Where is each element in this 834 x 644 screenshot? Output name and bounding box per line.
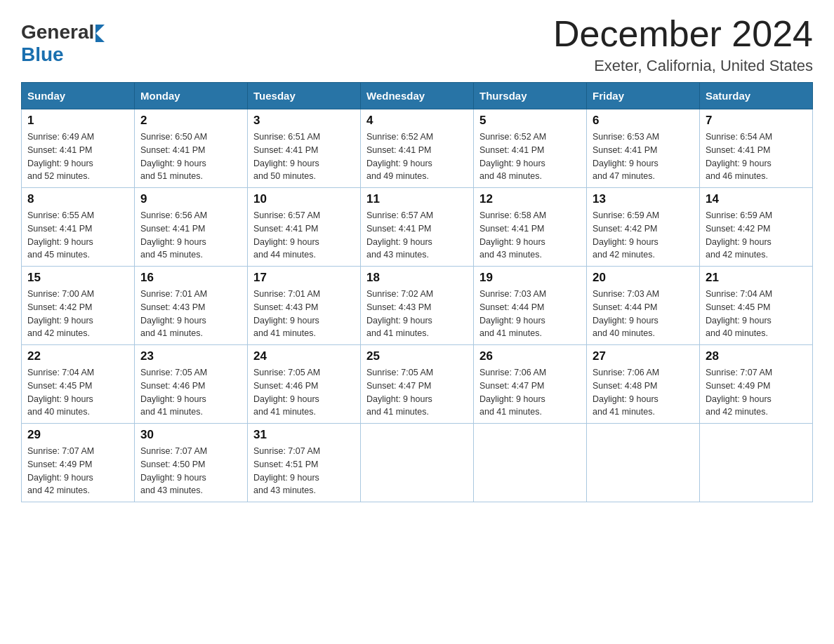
calendar-cell: 4 Sunrise: 6:52 AMSunset: 4:41 PMDayligh… — [361, 109, 474, 188]
calendar-cell: 3 Sunrise: 6:51 AMSunset: 4:41 PMDayligh… — [248, 109, 361, 188]
calendar-cell: 14 Sunrise: 6:59 AMSunset: 4:42 PMDaylig… — [700, 188, 813, 267]
calendar-cell: 17 Sunrise: 7:01 AMSunset: 4:43 PMDaylig… — [248, 267, 361, 345]
day-header-tuesday: Tuesday — [248, 83, 361, 109]
day-number: 7 — [706, 114, 807, 128]
day-info: Sunrise: 7:07 AMSunset: 4:49 PMDaylight:… — [706, 366, 807, 419]
week-row-4: 22 Sunrise: 7:04 AMSunset: 4:45 PMDaylig… — [22, 345, 813, 424]
day-info: Sunrise: 6:53 AMSunset: 4:41 PMDaylight:… — [593, 130, 694, 183]
day-header-saturday: Saturday — [700, 83, 813, 109]
calendar-cell: 22 Sunrise: 7:04 AMSunset: 4:45 PMDaylig… — [22, 345, 135, 424]
day-info: Sunrise: 6:59 AMSunset: 4:42 PMDaylight:… — [593, 209, 694, 262]
logo-general-text: General — [21, 21, 94, 43]
calendar-cell: 13 Sunrise: 6:59 AMSunset: 4:42 PMDaylig… — [587, 188, 700, 267]
week-row-5: 29 Sunrise: 7:07 AMSunset: 4:49 PMDaylig… — [22, 424, 813, 502]
logo: General Blue — [21, 21, 105, 66]
logo-icon: General Blue — [21, 21, 105, 66]
title-block: December 2024 Exeter, California, United… — [553, 14, 813, 75]
day-info: Sunrise: 7:05 AMSunset: 4:47 PMDaylight:… — [366, 366, 468, 419]
day-number: 11 — [366, 192, 468, 206]
day-info: Sunrise: 7:03 AMSunset: 4:44 PMDaylight:… — [479, 288, 581, 340]
day-number: 30 — [140, 428, 241, 442]
calendar-cell — [361, 424, 474, 502]
calendar-cell: 24 Sunrise: 7:05 AMSunset: 4:46 PMDaylig… — [248, 345, 361, 424]
month-title: December 2024 — [553, 14, 813, 54]
calendar-cell — [700, 424, 813, 502]
calendar-cell: 31 Sunrise: 7:07 AMSunset: 4:51 PMDaylig… — [248, 424, 361, 502]
day-number: 10 — [253, 192, 355, 206]
day-number: 5 — [479, 114, 581, 128]
week-row-1: 1 Sunrise: 6:49 AMSunset: 4:41 PMDayligh… — [22, 109, 813, 188]
day-info: Sunrise: 7:07 AMSunset: 4:49 PMDaylight:… — [27, 445, 128, 497]
calendar-cell: 1 Sunrise: 6:49 AMSunset: 4:41 PMDayligh… — [22, 109, 135, 188]
calendar-cell: 12 Sunrise: 6:58 AMSunset: 4:41 PMDaylig… — [474, 188, 587, 267]
day-number: 2 — [140, 114, 241, 128]
days-header-row: SundayMondayTuesdayWednesdayThursdayFrid… — [22, 83, 813, 109]
day-info: Sunrise: 7:00 AMSunset: 4:42 PMDaylight:… — [27, 288, 128, 340]
day-number: 27 — [593, 349, 694, 363]
day-number: 15 — [27, 271, 128, 285]
day-header-thursday: Thursday — [474, 83, 587, 109]
day-number: 28 — [706, 349, 807, 363]
calendar-cell — [474, 424, 587, 502]
day-info: Sunrise: 6:55 AMSunset: 4:41 PMDaylight:… — [27, 209, 128, 262]
day-number: 8 — [27, 192, 128, 206]
day-info: Sunrise: 7:07 AMSunset: 4:50 PMDaylight:… — [140, 445, 241, 497]
calendar-cell: 8 Sunrise: 6:55 AMSunset: 4:41 PMDayligh… — [22, 188, 135, 267]
calendar-cell: 16 Sunrise: 7:01 AMSunset: 4:43 PMDaylig… — [135, 267, 248, 345]
day-number: 16 — [140, 271, 241, 285]
calendar-cell: 21 Sunrise: 7:04 AMSunset: 4:45 PMDaylig… — [700, 267, 813, 345]
day-info: Sunrise: 7:02 AMSunset: 4:43 PMDaylight:… — [366, 288, 468, 340]
logo-blue-text: Blue — [21, 43, 64, 66]
calendar-cell: 27 Sunrise: 7:06 AMSunset: 4:48 PMDaylig… — [587, 345, 700, 424]
calendar-cell: 10 Sunrise: 6:57 AMSunset: 4:41 PMDaylig… — [248, 188, 361, 267]
day-info: Sunrise: 6:50 AMSunset: 4:41 PMDaylight:… — [140, 130, 241, 183]
day-info: Sunrise: 6:57 AMSunset: 4:41 PMDaylight:… — [253, 209, 355, 262]
day-number: 4 — [366, 114, 468, 128]
day-info: Sunrise: 6:58 AMSunset: 4:41 PMDaylight:… — [479, 209, 581, 262]
calendar-cell: 18 Sunrise: 7:02 AMSunset: 4:43 PMDaylig… — [361, 267, 474, 345]
day-info: Sunrise: 7:06 AMSunset: 4:47 PMDaylight:… — [479, 366, 581, 419]
day-number: 3 — [253, 114, 355, 128]
calendar-cell: 25 Sunrise: 7:05 AMSunset: 4:47 PMDaylig… — [361, 345, 474, 424]
calendar-cell: 11 Sunrise: 6:57 AMSunset: 4:41 PMDaylig… — [361, 188, 474, 267]
day-number: 9 — [140, 192, 241, 206]
calendar-cell: 29 Sunrise: 7:07 AMSunset: 4:49 PMDaylig… — [22, 424, 135, 502]
day-header-sunday: Sunday — [22, 83, 135, 109]
day-info: Sunrise: 7:04 AMSunset: 4:45 PMDaylight:… — [27, 366, 128, 419]
week-row-3: 15 Sunrise: 7:00 AMSunset: 4:42 PMDaylig… — [22, 267, 813, 345]
calendar-cell: 28 Sunrise: 7:07 AMSunset: 4:49 PMDaylig… — [700, 345, 813, 424]
day-info: Sunrise: 7:03 AMSunset: 4:44 PMDaylight:… — [593, 288, 694, 340]
day-info: Sunrise: 7:04 AMSunset: 4:45 PMDaylight:… — [706, 288, 807, 340]
calendar-cell: 5 Sunrise: 6:52 AMSunset: 4:41 PMDayligh… — [474, 109, 587, 188]
calendar-cell: 7 Sunrise: 6:54 AMSunset: 4:41 PMDayligh… — [700, 109, 813, 188]
page-header: General Blue December 2024 Exeter, Calif… — [21, 14, 813, 75]
day-number: 14 — [706, 192, 807, 206]
day-info: Sunrise: 6:52 AMSunset: 4:41 PMDaylight:… — [366, 130, 468, 183]
day-info: Sunrise: 6:59 AMSunset: 4:42 PMDaylight:… — [706, 209, 807, 262]
day-number: 6 — [593, 114, 694, 128]
calendar-cell: 23 Sunrise: 7:05 AMSunset: 4:46 PMDaylig… — [135, 345, 248, 424]
day-number: 21 — [706, 271, 807, 285]
day-number: 20 — [593, 271, 694, 285]
calendar-cell: 30 Sunrise: 7:07 AMSunset: 4:50 PMDaylig… — [135, 424, 248, 502]
calendar-cell: 26 Sunrise: 7:06 AMSunset: 4:47 PMDaylig… — [474, 345, 587, 424]
day-number: 26 — [479, 349, 581, 363]
day-number: 25 — [366, 349, 468, 363]
day-info: Sunrise: 7:05 AMSunset: 4:46 PMDaylight:… — [140, 366, 241, 419]
day-info: Sunrise: 6:54 AMSunset: 4:41 PMDaylight:… — [706, 130, 807, 183]
day-header-friday: Friday — [587, 83, 700, 109]
day-info: Sunrise: 7:06 AMSunset: 4:48 PMDaylight:… — [593, 366, 694, 419]
week-row-2: 8 Sunrise: 6:55 AMSunset: 4:41 PMDayligh… — [22, 188, 813, 267]
calendar-cell: 20 Sunrise: 7:03 AMSunset: 4:44 PMDaylig… — [587, 267, 700, 345]
calendar-cell: 15 Sunrise: 7:00 AMSunset: 4:42 PMDaylig… — [22, 267, 135, 345]
calendar-cell: 9 Sunrise: 6:56 AMSunset: 4:41 PMDayligh… — [135, 188, 248, 267]
calendar-cell — [587, 424, 700, 502]
calendar-cell: 6 Sunrise: 6:53 AMSunset: 4:41 PMDayligh… — [587, 109, 700, 188]
day-number: 12 — [479, 192, 581, 206]
location-subtitle: Exeter, California, United States — [553, 57, 813, 75]
day-number: 29 — [27, 428, 128, 442]
day-info: Sunrise: 6:49 AMSunset: 4:41 PMDaylight:… — [27, 130, 128, 183]
day-number: 31 — [253, 428, 355, 442]
day-number: 18 — [366, 271, 468, 285]
day-header-monday: Monday — [135, 83, 248, 109]
